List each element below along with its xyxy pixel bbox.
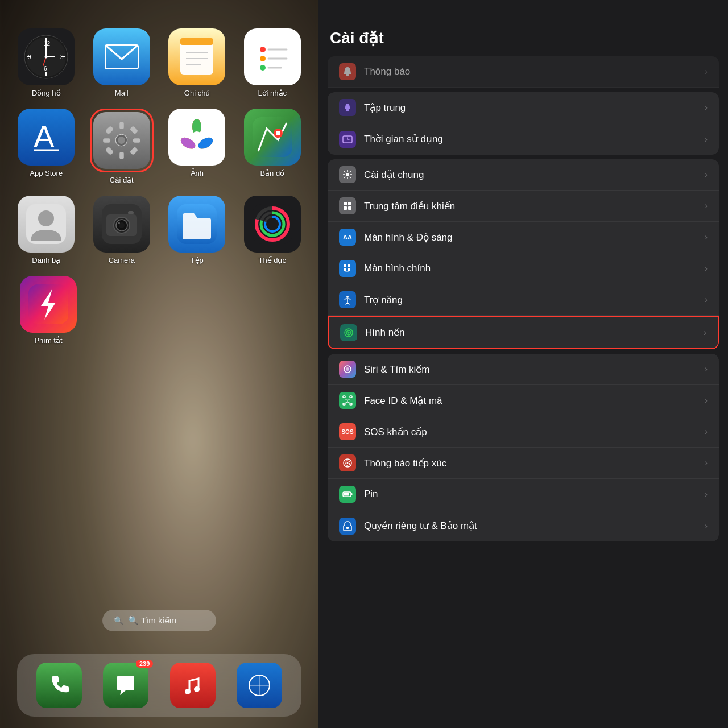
app-item-notes[interactable]: Ghi chú bbox=[162, 28, 232, 97]
reminders-label: Lời nhắc bbox=[258, 89, 287, 97]
dock-messages[interactable]: 239 bbox=[103, 663, 148, 708]
search-icon: 🔍 bbox=[114, 616, 123, 625]
clock-icon: 12 6 9 3 bbox=[18, 28, 75, 85]
svg-text:3: 3 bbox=[60, 54, 64, 60]
wallpaper-row-icon bbox=[340, 324, 357, 341]
svg-rect-100 bbox=[343, 403, 345, 405]
app-item-maps[interactable]: Bản đồ bbox=[238, 109, 308, 184]
search-bar[interactable]: 🔍 🔍 Tìm kiếm bbox=[102, 610, 216, 631]
dock-phone[interactable] bbox=[36, 663, 82, 708]
notifications-chevron: › bbox=[705, 67, 708, 77]
svg-rect-83 bbox=[344, 206, 347, 210]
svg-point-70 bbox=[185, 689, 191, 694]
files-icon bbox=[168, 196, 225, 253]
reminders-icon bbox=[244, 28, 301, 85]
dock-music[interactable] bbox=[170, 663, 216, 708]
settings-title: Cài đặt bbox=[330, 29, 384, 47]
svg-rect-84 bbox=[348, 206, 351, 210]
svg-text:9: 9 bbox=[28, 54, 31, 60]
partial-top-row: Thông báo › bbox=[328, 56, 719, 88]
photos-label: Ảnh bbox=[191, 169, 204, 177]
battery-chevron: › bbox=[705, 489, 708, 499]
home-screen: 12 6 9 3 Đồng hồ bbox=[0, 0, 318, 728]
row-battery[interactable]: Pin › bbox=[328, 479, 719, 510]
sos-text: SOS bbox=[341, 429, 353, 435]
svg-point-53 bbox=[38, 210, 54, 226]
display-chevron: › bbox=[705, 232, 708, 242]
svg-point-71 bbox=[194, 686, 200, 692]
svg-rect-81 bbox=[344, 202, 347, 205]
app-item-reminders[interactable]: Lời nhắc bbox=[238, 28, 308, 97]
search-bar-container: 🔍 🔍 Tìm kiếm bbox=[11, 345, 307, 654]
focus-chevron: › bbox=[705, 102, 708, 113]
app-item-appstore[interactable]: A App Store bbox=[11, 109, 81, 184]
row-screentime[interactable]: Thời gian sử dụng › bbox=[328, 123, 719, 155]
svg-rect-37 bbox=[105, 147, 114, 155]
sos-row-icon: SOS bbox=[339, 423, 356, 440]
wallpaper-wrapper: Hình nền › bbox=[328, 316, 719, 349]
svg-rect-77 bbox=[346, 74, 349, 76]
sos-label: SOS khẩn cấp bbox=[364, 426, 705, 438]
app-item-fitness[interactable]: Thể dục bbox=[238, 196, 308, 264]
app-item-files[interactable]: Tệp bbox=[162, 196, 232, 264]
svg-point-13 bbox=[45, 56, 48, 59]
row-wallpaper[interactable]: Hình nền › bbox=[329, 317, 718, 348]
row-siri[interactable]: Siri & Tìm kiếm › bbox=[328, 354, 719, 385]
screentime-label: Thời gian sử dụng bbox=[364, 133, 705, 145]
files-label: Tệp bbox=[191, 256, 204, 264]
mail-label: Mail bbox=[115, 89, 129, 97]
row-privacy[interactable]: Quyền riêng tư & Bảo mật › bbox=[328, 510, 719, 541]
svg-rect-98 bbox=[343, 396, 345, 398]
control-chevron: › bbox=[705, 201, 708, 211]
mail-icon bbox=[93, 28, 150, 85]
svg-point-102 bbox=[346, 399, 347, 400]
display-label: Màn hình & Độ sáng bbox=[364, 231, 705, 243]
app-item-photos[interactable]: Ảnh bbox=[162, 109, 232, 184]
accessibility-row-icon bbox=[339, 291, 356, 308]
row-general[interactable]: Cài đặt chung › bbox=[328, 159, 719, 191]
appstore-label: App Store bbox=[30, 169, 63, 177]
siri-label: Siri & Tìm kiếm bbox=[364, 363, 705, 375]
screentime-row-icon bbox=[339, 131, 356, 148]
row-homescreen[interactable]: Màn hình chính › bbox=[328, 253, 719, 284]
control-label: Trung tâm điều khiển bbox=[364, 200, 705, 212]
app-item-clock[interactable]: 12 6 9 3 Đồng hồ bbox=[11, 28, 81, 97]
svg-point-40 bbox=[118, 136, 125, 144]
svg-point-97 bbox=[346, 367, 349, 371]
svg-rect-111 bbox=[346, 527, 349, 529]
svg-rect-31 bbox=[119, 122, 124, 129]
shortcuts-row: Phím tắt bbox=[11, 276, 307, 345]
contact-tracing-row-icon bbox=[339, 454, 356, 471]
sos-chevron: › bbox=[705, 427, 708, 437]
svg-rect-21 bbox=[253, 37, 292, 77]
app-item-camera[interactable]: Camera bbox=[87, 196, 157, 264]
svg-rect-35 bbox=[105, 126, 114, 134]
row-accessibility[interactable]: Trợ năng › bbox=[328, 284, 719, 316]
row-contact-tracing[interactable]: Thông báo tiếp xúc › bbox=[328, 448, 719, 479]
settings-list: Thông báo › Tập trung › bbox=[318, 56, 728, 728]
svg-rect-85 bbox=[344, 264, 346, 267]
group-display: Cài đặt chung › Trung tâm điều khiển › bbox=[328, 159, 719, 349]
wallpaper-chevron: › bbox=[704, 328, 706, 338]
row-faceid[interactable]: Face ID & Mật mã › bbox=[328, 385, 719, 416]
row-focus[interactable]: Tập trung › bbox=[328, 92, 719, 123]
wallpaper-highlight: Hình nền › bbox=[328, 316, 719, 349]
app-item-shortcuts[interactable]: Phím tắt bbox=[20, 276, 77, 345]
settings-panel: Cài đặt Thông báo › Tập trung › bbox=[318, 0, 728, 728]
dock-safari[interactable] bbox=[237, 663, 282, 708]
app-item-mail[interactable]: Mail bbox=[87, 28, 157, 97]
accessibility-label: Trợ năng bbox=[364, 294, 705, 306]
homescreen-row-icon bbox=[339, 260, 356, 277]
svg-text:6: 6 bbox=[44, 65, 47, 72]
row-sos[interactable]: SOS SOS khẩn cấp › bbox=[328, 416, 719, 448]
siri-chevron: › bbox=[705, 364, 708, 374]
app-item-settings[interactable]: Cài đặt bbox=[87, 109, 157, 184]
app-item-contacts[interactable]: Danh bạ bbox=[11, 196, 81, 264]
svg-rect-36 bbox=[130, 126, 138, 134]
privacy-row-icon bbox=[339, 518, 356, 535]
row-display[interactable]: AA Màn hình & Độ sáng › bbox=[328, 222, 719, 253]
app-grid: 12 6 9 3 Đồng hồ bbox=[11, 28, 307, 264]
svg-text:A: A bbox=[34, 119, 55, 154]
homescreen-label: Màn hình chính bbox=[364, 263, 705, 274]
row-control[interactable]: Trung tâm điều khiển › bbox=[328, 191, 719, 222]
